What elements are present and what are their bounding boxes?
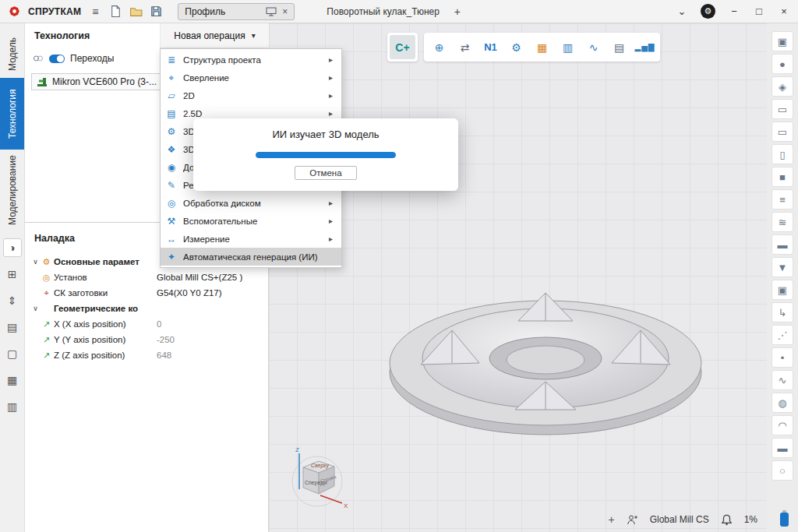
drill-tool-icon[interactable]: ▼ [772, 257, 793, 277]
tree-group-geometry[interactable]: ∨ Геометрические ко [25, 301, 268, 316]
viewport-3d[interactable]: C+ ⊕ ⇄ N1 ⚙ ▦ ▥ ∿ ▤ ▂▅▇ [269, 23, 767, 532]
select-view-icon[interactable]: ▣ [772, 31, 793, 51]
hamburger-menu-icon[interactable]: ≡ [88, 5, 102, 18]
fixture-icon[interactable]: ▯ [772, 144, 793, 164]
toolpath-icon[interactable]: ↳ [772, 302, 793, 322]
project-tab[interactable]: Поворотный кулак_Тюнер + [327, 5, 464, 18]
new-operation-button[interactable]: Новая операция ▾ [160, 23, 269, 48]
layers-icon[interactable]: ≡ [772, 189, 793, 210]
statistics-icon[interactable]: ▂▅▇ [632, 35, 658, 59]
settings-gear-icon[interactable]: ⚙ [701, 4, 715, 19]
tree-label: СК заготовки [54, 288, 157, 298]
workpiece-icon[interactable]: ■ [772, 167, 793, 187]
submenu-arrow-icon: ▸ [329, 199, 337, 207]
tool-magazine-icon[interactable]: ▦ [529, 35, 555, 59]
tree-item-workpiece-cs[interactable]: ⌖ СК заготовки G54(X0 Y0 Z17) [25, 285, 268, 301]
active-cs-label[interactable]: Global Mill CS [650, 514, 709, 525]
menu-item-project-structure[interactable]: ≣ Структура проекта ▸ [161, 51, 341, 69]
structure-icon: ≣ [165, 55, 178, 65]
clipboard-icon[interactable]: ▦ [3, 371, 22, 389]
25d-icon: ▤ [165, 108, 178, 119]
frame-icon[interactable]: ▢ [3, 344, 22, 363]
spline-icon[interactable]: ∿ [772, 370, 793, 390]
navcube-z-label: Z [295, 446, 299, 453]
menu-item-auxiliary[interactable]: ⚒ Вспомогательные ▸ [161, 212, 341, 230]
menu-item-disc-machining[interactable]: ◎ Обработка диском ▸ [161, 194, 341, 212]
stock-box-icon[interactable]: ▭ [772, 122, 793, 142]
chevron-down-icon[interactable]: ∨ [30, 305, 41, 312]
layout-icon[interactable]: ⊞ [3, 265, 22, 284]
sketch-icon[interactable]: ▬ [772, 438, 793, 458]
close-button[interactable]: × [778, 5, 790, 17]
menu-item-drilling[interactable]: ⌖ Сверление ▸ [161, 69, 341, 86]
maximize-button[interactable]: □ [753, 5, 765, 17]
sphere-view-icon[interactable]: ● [772, 54, 793, 74]
menu-item-label: 2D [183, 91, 323, 100]
iso-view-icon[interactable]: ◈ [772, 76, 793, 97]
tree-item-x-axis[interactable]: ↗ X (X axis position) 0 [25, 316, 268, 332]
transitions-row[interactable]: Переходы [33, 53, 114, 64]
open-folder-icon[interactable] [129, 5, 143, 18]
zoom-level[interactable]: 1% [744, 514, 757, 525]
user-cs-icon[interactable] [627, 514, 638, 526]
pocket-icon[interactable]: ▣ [772, 280, 793, 300]
navigation-cube[interactable]: Сверху Спереди Справа Z X [284, 444, 350, 516]
hatch-icon[interactable]: ⋰ [772, 325, 793, 345]
circle-icon[interactable]: ○ [772, 460, 793, 481]
axis-icon: ↗ [41, 319, 52, 329]
point-icon[interactable]: • [772, 347, 793, 368]
simulation-icon[interactable]: C+ [390, 35, 415, 59]
stock-cylinder-icon[interactable]: ▭ [772, 99, 793, 119]
notifications-bell-icon[interactable] [721, 514, 733, 526]
contrast-icon[interactable]: ◑ [3, 238, 22, 257]
drilling-icon: ⌖ [165, 72, 178, 83]
tree-value[interactable]: -250 [157, 335, 175, 344]
project-tab-label: Поворотный кулак_Тюнер [327, 6, 440, 17]
document-tab-profile[interactable]: Профиль × [178, 3, 295, 20]
menu-item-measurement[interactable]: ↔ Измерение ▸ [161, 230, 341, 248]
machine-icon[interactable]: ⇄ [452, 35, 478, 59]
rail-tab-model[interactable]: Модель [0, 30, 24, 78]
tree-item-setup[interactable]: ◎ Установ Global Mill CS+(Z25 ) [25, 270, 268, 285]
slices-icon[interactable]: ≋ [772, 212, 793, 232]
nc-program-icon[interactable]: N1 [478, 35, 503, 59]
setup-icon: ◎ [41, 273, 52, 283]
probe-icon[interactable]: ⊕ [426, 35, 452, 59]
menu-item-2d[interactable]: ▱ 2D ▸ [161, 86, 341, 104]
tree-value[interactable]: G54(X0 Y0 Z17) [157, 288, 222, 298]
holder-icon[interactable]: ▬ [772, 234, 793, 255]
new-file-icon[interactable] [109, 5, 122, 18]
report-table-icon[interactable]: ▥ [555, 35, 581, 59]
tab-close-icon[interactable]: × [282, 6, 288, 17]
chart-icon[interactable]: ∿ [581, 35, 606, 59]
rail-tab-modeling[interactable]: Моделирование [0, 150, 24, 231]
tree-label: Основные парамет [54, 257, 157, 266]
cancel-button[interactable]: Отмена [295, 166, 356, 180]
machine-node[interactable]: Mikron VCE600 Pro (3-... [31, 73, 162, 90]
rail-tab-technology[interactable]: Технология [0, 78, 24, 150]
model-3d-lifebuoy[interactable] [378, 273, 713, 452]
tree-value[interactable]: 648 [157, 351, 171, 360]
minimize-button[interactable]: − [728, 5, 740, 17]
tree-item-y-axis[interactable]: ↗ Y (Y axis position) -250 [25, 332, 268, 347]
transitions-toggle[interactable] [49, 55, 65, 63]
settings-gear-icon[interactable]: ⚙ [503, 35, 529, 59]
tree-value[interactable]: 0 [157, 319, 161, 329]
menu-item-ai-generation[interactable]: ✦ Автоматическая генерация (ИИ) [161, 248, 341, 266]
3d-mill-icon: ❖ [165, 144, 178, 155]
add-icon[interactable]: + [608, 513, 614, 526]
tree-value[interactable]: Global Mill CS+(Z25 ) [157, 273, 242, 282]
transitions-icon [33, 53, 44, 64]
mesh-sphere-icon[interactable]: ◍ [772, 393, 793, 413]
add-tab-icon[interactable]: + [450, 5, 464, 18]
tree-item-z-axis[interactable]: ↗ Z (Z axis position) 648 [25, 347, 268, 363]
print-icon[interactable]: ▤ [606, 35, 632, 59]
pages-icon[interactable]: ▥ [3, 397, 22, 416]
save-icon[interactable] [150, 5, 163, 18]
swap-icon[interactable]: ⇕ [3, 291, 22, 310]
setup-panel-title: Наладка [25, 227, 84, 249]
expand-chevron-icon[interactable]: ⌄ [676, 5, 688, 17]
printer-icon[interactable]: ▤ [3, 318, 22, 336]
chevron-down-icon[interactable]: ∨ [30, 258, 41, 266]
surface-icon[interactable]: ◠ [772, 415, 793, 435]
